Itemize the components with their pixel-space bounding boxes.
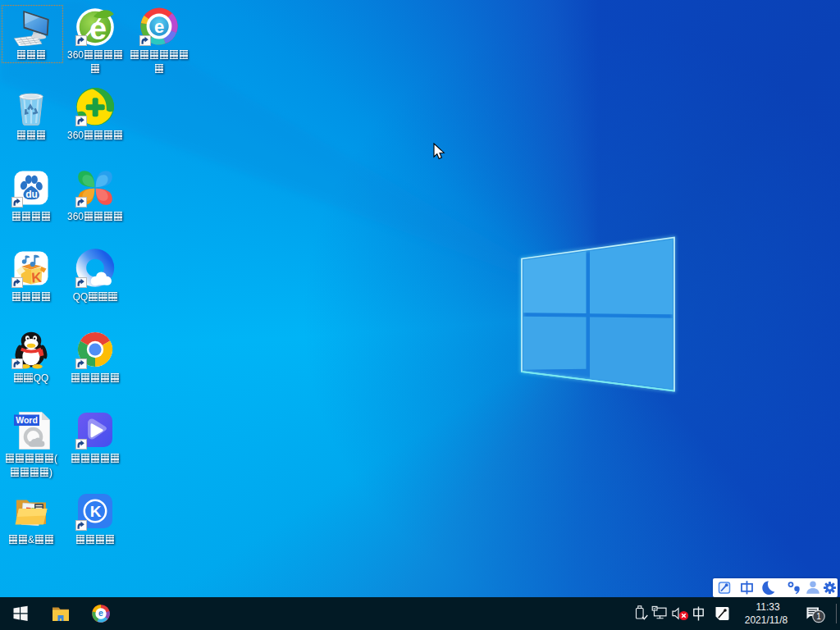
svg-text:K: K <box>90 503 102 520</box>
svg-text:2021/11/8: 2021/11/8 <box>745 614 788 626</box>
svg-text:11:33: 11:33 <box>756 601 779 613</box>
svg-text:e: e <box>154 16 164 37</box>
svg-text:1: 1 <box>816 612 821 621</box>
svg-text:e: e <box>98 608 103 618</box>
svg-text:du: du <box>25 189 38 200</box>
svg-text:K: K <box>31 270 43 286</box>
svg-text:Word: Word <box>16 415 38 425</box>
